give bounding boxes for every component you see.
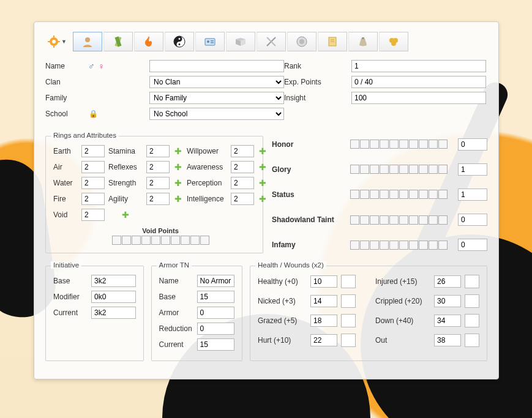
taint-pip[interactable] — [380, 215, 389, 225]
attr-value-input[interactable] — [231, 193, 254, 205]
tab-swords[interactable] — [257, 32, 286, 51]
attr-value-input[interactable] — [146, 177, 170, 189]
status-pip[interactable] — [370, 190, 379, 199]
tab-coins[interactable] — [379, 32, 408, 51]
ring-value-input[interactable] — [81, 145, 105, 157]
attr-value-input[interactable] — [146, 145, 170, 157]
tab-target[interactable] — [287, 32, 317, 51]
wound-value-input[interactable] — [310, 315, 337, 327]
wound-value-input[interactable] — [434, 275, 461, 288]
taint-pip[interactable] — [438, 215, 448, 225]
glory-pip[interactable] — [370, 165, 379, 174]
wound-pip[interactable] — [341, 334, 356, 347]
increase-icon[interactable]: ✚ — [108, 210, 143, 220]
honor-pip[interactable] — [419, 140, 428, 149]
honor-input[interactable] — [458, 138, 487, 151]
honor-pip[interactable] — [389, 140, 399, 149]
wound-pip[interactable] — [341, 294, 356, 308]
infamy-pip[interactable] — [370, 241, 379, 250]
infamy-pip[interactable] — [438, 241, 448, 250]
attr-value-input[interactable] — [231, 161, 254, 173]
increase-icon[interactable]: ✚ — [258, 162, 268, 172]
attr-value-input[interactable] — [231, 177, 254, 189]
void-pip[interactable] — [190, 236, 200, 245]
init-mod-input[interactable] — [91, 291, 136, 303]
wound-value-input[interactable] — [310, 295, 337, 307]
init-cur-input[interactable] — [91, 307, 136, 319]
glory-pip[interactable] — [389, 165, 399, 174]
tab-scroll[interactable] — [318, 32, 347, 51]
infamy-pip[interactable] — [360, 241, 369, 250]
wound-value-input[interactable] — [434, 334, 461, 346]
infamy-pip[interactable] — [380, 241, 389, 250]
honor-pip[interactable] — [429, 140, 438, 149]
status-pip[interactable] — [429, 190, 438, 199]
taint-pip[interactable] — [409, 215, 418, 225]
status-pip[interactable] — [409, 190, 418, 199]
void-pip[interactable] — [181, 236, 190, 245]
infamy-pip[interactable] — [389, 241, 399, 250]
infamy-pip[interactable] — [350, 241, 359, 250]
glory-pip[interactable] — [350, 165, 359, 174]
tab-bag[interactable] — [348, 32, 378, 51]
void-pip[interactable] — [112, 236, 121, 245]
glory-pip[interactable] — [360, 165, 369, 174]
void-value-input[interactable] — [81, 209, 105, 221]
glory-input[interactable] — [458, 163, 487, 176]
lock-icon[interactable]: 🔒 — [88, 110, 98, 118]
increase-icon[interactable]: ✚ — [173, 194, 183, 204]
void-pip[interactable] — [200, 236, 209, 245]
void-pip[interactable] — [151, 236, 160, 245]
tab-id[interactable] — [195, 32, 225, 51]
init-base-input[interactable] — [91, 275, 136, 287]
attr-value-input[interactable] — [146, 161, 170, 173]
increase-icon[interactable]: ✚ — [258, 194, 268, 204]
honor-pip[interactable] — [370, 140, 379, 149]
increase-icon[interactable]: ✚ — [258, 178, 268, 188]
void-pip[interactable] — [161, 236, 170, 245]
status-pip[interactable] — [419, 190, 428, 199]
tab-fire[interactable] — [134, 32, 163, 51]
ring-value-input[interactable] — [81, 193, 105, 205]
ring-value-input[interactable] — [81, 161, 105, 173]
status-pip[interactable] — [360, 190, 369, 199]
taint-pip[interactable] — [429, 215, 438, 225]
void-pip[interactable] — [141, 236, 151, 245]
glory-pip[interactable] — [429, 165, 438, 174]
status-input[interactable] — [458, 188, 487, 201]
armor-red-input[interactable] — [197, 323, 234, 335]
increase-icon[interactable]: ✚ — [173, 146, 183, 156]
increase-icon[interactable]: ✚ — [258, 146, 268, 156]
taint-pip[interactable] — [370, 215, 379, 225]
tab-book[interactable] — [226, 32, 255, 51]
honor-pip[interactable] — [380, 140, 389, 149]
wound-value-input[interactable] — [310, 334, 337, 346]
wound-pip[interactable] — [341, 314, 356, 327]
insight-input[interactable] — [351, 92, 486, 104]
infamy-pip[interactable] — [399, 241, 408, 250]
wound-pip[interactable] — [465, 334, 479, 347]
honor-pip[interactable] — [409, 140, 418, 149]
increase-icon[interactable]: ✚ — [173, 178, 183, 188]
infamy-pip[interactable] — [419, 241, 428, 250]
wound-pip[interactable] — [465, 314, 479, 327]
glory-pip[interactable] — [399, 165, 408, 174]
armor-cur-input[interactable] — [197, 338, 234, 351]
tab-yinyang[interactable] — [165, 32, 194, 51]
armor-name-input[interactable] — [197, 275, 234, 287]
status-pip[interactable] — [380, 190, 389, 199]
name-input[interactable] — [149, 60, 284, 72]
glory-pip[interactable] — [438, 165, 448, 174]
honor-pip[interactable] — [399, 140, 408, 149]
status-pip[interactable] — [350, 190, 359, 199]
glory-pip[interactable] — [419, 165, 428, 174]
wound-value-input[interactable] — [434, 295, 461, 307]
wound-value-input[interactable] — [310, 275, 337, 288]
tab-character[interactable] — [73, 32, 102, 51]
void-pip[interactable] — [132, 236, 141, 245]
glory-pip[interactable] — [380, 165, 389, 174]
armor-base-input[interactable] — [197, 291, 234, 303]
school-select[interactable]: No School — [149, 108, 284, 120]
taint-pip[interactable] — [389, 215, 399, 225]
infamy-input[interactable] — [458, 239, 487, 251]
